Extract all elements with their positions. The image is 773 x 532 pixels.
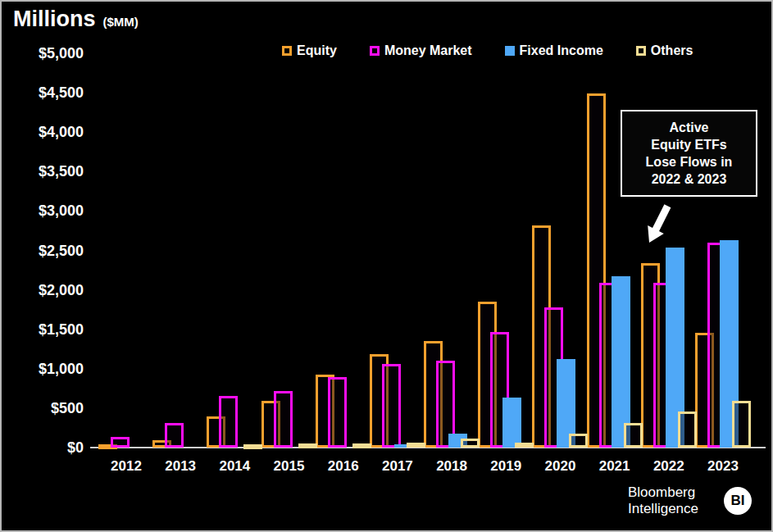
y-tick-label: $1,000 <box>2 361 84 377</box>
bar-others-2016 <box>352 443 371 448</box>
y-tick-label: $3,500 <box>2 163 84 180</box>
bar-others-2020 <box>569 434 588 448</box>
bi-badge-icon: BI <box>724 487 752 515</box>
bar-fixed-income-2019 <box>502 398 521 448</box>
bar-money-market-2017 <box>382 364 401 448</box>
x-tick-label-2015: 2015 <box>261 458 318 475</box>
bloomberg-intelligence-logo: Bloomberg Intelligence <box>628 484 698 517</box>
y-tick-label: $4,500 <box>2 84 84 101</box>
bar-others-2021 <box>624 423 643 448</box>
bar-others-2019 <box>515 443 534 448</box>
y-tick-label: $1,500 <box>2 321 84 338</box>
x-tick-label-2018: 2018 <box>423 458 480 475</box>
bar-money-market-2014 <box>219 396 238 448</box>
bar-others-2017 <box>407 443 425 448</box>
plot-area: $5,000$4,500$4,000$3,500$3,000$2,500$2,0… <box>2 2 771 530</box>
x-tick-label-2022: 2022 <box>640 458 698 475</box>
x-tick-label-2020: 2020 <box>531 458 589 475</box>
y-tick-label: $5,000 <box>2 45 84 61</box>
bar-money-market-2012 <box>111 437 130 448</box>
x-tick-label-2019: 2019 <box>477 458 534 475</box>
logo-line2: Intelligence <box>628 501 698 517</box>
bar-money-market-2015 <box>274 391 293 448</box>
bar-others-2022 <box>678 412 697 448</box>
x-tick-label-2023: 2023 <box>694 458 752 475</box>
x-tick-label-2012: 2012 <box>98 458 155 475</box>
bar-others-2018 <box>461 439 480 448</box>
x-tick-label-2021: 2021 <box>586 458 643 475</box>
bar-others-2023 <box>732 401 751 448</box>
x-tick-label-2017: 2017 <box>369 458 426 475</box>
y-tick-label: $0 <box>2 439 84 456</box>
x-tick-label-2013: 2013 <box>152 458 209 475</box>
x-tick-label-2014: 2014 <box>206 458 263 475</box>
y-tick-label: $2,500 <box>2 243 84 259</box>
y-tick-label: $4,000 <box>2 124 84 140</box>
y-tick-label: $2,000 <box>2 282 84 298</box>
chart-canvas: Millions($MM) EquityMoney MarketFixed In… <box>0 0 773 532</box>
x-tick-label-2016: 2016 <box>315 458 372 475</box>
bar-fixed-income-2021 <box>612 276 630 448</box>
bar-money-market-2013 <box>165 423 184 448</box>
bar-others-2014 <box>243 444 262 449</box>
y-tick-label: $3,000 <box>2 202 84 219</box>
logo-line1: Bloomberg <box>628 484 698 501</box>
annotation-arrow-icon <box>639 200 680 248</box>
y-tick-label: $500 <box>2 400 84 416</box>
bar-money-market-2016 <box>328 377 347 448</box>
bar-others-2015 <box>298 443 317 448</box>
annotation-callout: Active Equity ETFs Lose Flows in 2022 & … <box>621 110 757 197</box>
